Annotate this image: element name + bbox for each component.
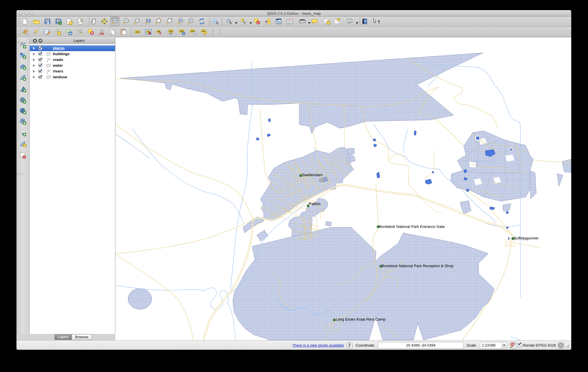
svg-text:T: T — [349, 20, 351, 23]
svg-text:1:1: 1:1 — [136, 20, 138, 22]
svg-text:abc: abc — [169, 30, 173, 32]
svg-text:ab: ab — [157, 30, 160, 33]
svg-text:,: , — [21, 129, 23, 135]
svg-text:ε: ε — [265, 18, 267, 24]
svg-text:?: ? — [364, 20, 366, 24]
svg-text:Railton: Railton — [309, 202, 321, 206]
svg-text:Bontebok National Park Entranc: Bontebok National Park Entrance Gate — [379, 224, 445, 229]
svg-text:Swellendam: Swellendam — [302, 173, 323, 177]
svg-text:abc: abc — [202, 30, 206, 32]
svg-text:abc: abc — [136, 31, 139, 33]
svg-text:Lang Elsies Kraal Rest Camp: Lang Elsies Kraal Rest Camp — [336, 317, 385, 321]
svg-text:Buffeljagsrivier: Buffeljagsrivier — [514, 236, 539, 240]
svg-text:?: ? — [378, 19, 380, 24]
svg-text:Bontebok National Park Recepti: Bontebok National Park Reception & Shop — [382, 264, 454, 268]
